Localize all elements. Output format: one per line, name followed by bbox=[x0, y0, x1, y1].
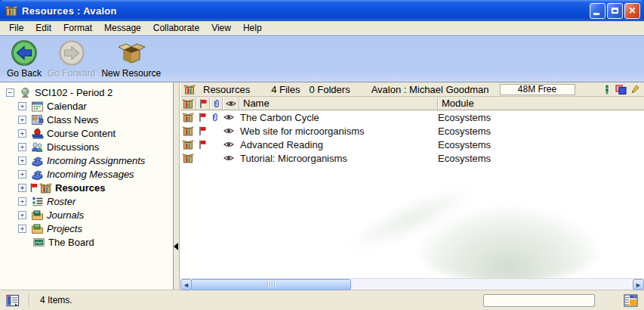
tree-root-sci102[interactable]: − SCI102 - Period 2 bbox=[0, 85, 173, 99]
menu-file[interactable]: File bbox=[3, 21, 29, 35]
attachment-icon bbox=[211, 113, 219, 122]
close-button[interactable]: ✕ bbox=[624, 3, 640, 19]
tree-expand-icon[interactable]: + bbox=[18, 116, 26, 124]
forward-icon bbox=[57, 39, 86, 67]
scroll-right-button[interactable]: ► bbox=[633, 279, 644, 290]
title-bar[interactable]: Resources : Avalon ✕ bbox=[0, 0, 644, 21]
resource-module: Ecosystems bbox=[434, 153, 644, 164]
tree-item-incoming-assignments[interactable]: + Incoming Assignments bbox=[0, 153, 173, 167]
tree-item-the-board[interactable]: The Board bbox=[0, 235, 173, 249]
app-icon bbox=[5, 5, 18, 17]
go-forward-label: Go Forward bbox=[48, 68, 95, 79]
visible-icon bbox=[223, 154, 234, 162]
incoming-messages-icon bbox=[31, 169, 44, 180]
tree-expand-icon[interactable]: + bbox=[18, 225, 26, 233]
news-icon bbox=[31, 114, 44, 126]
menu-view[interactable]: View bbox=[205, 21, 237, 35]
tree-item-label: Journals bbox=[47, 209, 84, 221]
tree-item-course-content[interactable]: + Course Content bbox=[0, 126, 173, 140]
visible-icon bbox=[223, 113, 234, 121]
horizontal-scrollbar[interactable]: ◄ ► bbox=[180, 278, 644, 290]
column-attachment[interactable] bbox=[210, 99, 222, 108]
column-visibility[interactable] bbox=[223, 100, 239, 107]
resource-name: The Carbon Cycle bbox=[236, 112, 434, 123]
go-back-button[interactable]: Go Back bbox=[5, 39, 44, 79]
account-label: Avalon : Michael Goodman bbox=[371, 84, 489, 95]
tree-item-label: Calendar bbox=[47, 101, 87, 112]
column-flag[interactable] bbox=[196, 99, 209, 108]
tree-expand-icon[interactable]: + bbox=[18, 129, 26, 138]
tree-item-calendar[interactable]: + Calendar bbox=[0, 99, 173, 113]
tree-expand-icon[interactable]: + bbox=[18, 102, 26, 110]
folders-count: 0 Folders bbox=[309, 84, 350, 95]
tree-item-class-news[interactable]: + Class News bbox=[0, 113, 173, 126]
scrollbar-thumb[interactable] bbox=[191, 279, 351, 290]
minimize-button[interactable] bbox=[590, 3, 605, 19]
items-count: 4 Items. bbox=[40, 295, 72, 305]
status-bar: 4 Items. bbox=[0, 290, 644, 310]
layout-icon[interactable] bbox=[624, 294, 638, 307]
free-space-indicator: 48M Free bbox=[500, 84, 575, 95]
tree-item-label: Incoming Assignments bbox=[47, 155, 145, 166]
tree-item-label: Resources bbox=[55, 182, 105, 194]
person-icon[interactable] bbox=[603, 85, 611, 95]
visible-icon bbox=[226, 100, 236, 107]
minimize-icon bbox=[593, 13, 599, 15]
pane-title: Resources bbox=[203, 84, 250, 95]
tree-expand-icon[interactable]: + bbox=[18, 211, 26, 219]
copy-icon[interactable] bbox=[615, 85, 627, 95]
tree-item-label: Projects bbox=[47, 223, 82, 234]
resource-name: Tutorial: Microorganisms bbox=[236, 153, 434, 164]
package-icon bbox=[182, 98, 194, 109]
menu-collaborate[interactable]: Collaborate bbox=[147, 21, 205, 35]
toolbar: Go Back Go Forward New Resource bbox=[0, 36, 644, 82]
tree-item-label: Class News bbox=[47, 114, 99, 126]
tree-item-roster[interactable]: + Roster bbox=[0, 194, 173, 208]
tree-item-incoming-messages[interactable]: + Incoming Messages bbox=[0, 167, 173, 181]
column-module[interactable]: Module bbox=[438, 98, 644, 109]
tree-item-label: Discussions bbox=[47, 141, 99, 153]
resource-row[interactable]: Tutorial: Microorganisms Ecosystems bbox=[180, 151, 644, 165]
scroll-left-button[interactable]: ◄ bbox=[180, 279, 192, 290]
menu-bar: File Edit Format Message Collaborate Vie… bbox=[0, 21, 644, 36]
menu-edit[interactable]: Edit bbox=[29, 21, 57, 35]
menu-help[interactable]: Help bbox=[237, 21, 268, 35]
window-list-icon[interactable] bbox=[6, 294, 20, 307]
board-icon bbox=[32, 237, 45, 248]
column-header-row: Name Module bbox=[180, 97, 644, 110]
new-resource-button[interactable]: New Resource bbox=[99, 39, 163, 79]
close-icon: ✕ bbox=[628, 6, 636, 15]
go-forward-button[interactable]: Go Forward bbox=[45, 39, 97, 79]
tree-expand-icon[interactable]: + bbox=[18, 157, 26, 165]
panel-splitter[interactable] bbox=[174, 82, 180, 290]
package-icon bbox=[182, 126, 194, 136]
tree-expand-icon[interactable]: + bbox=[18, 143, 26, 151]
tree-item-resources[interactable]: + Resources bbox=[0, 181, 173, 194]
tree-item-journals[interactable]: + Journals bbox=[0, 208, 173, 222]
flag-icon bbox=[199, 140, 206, 149]
resource-name: Advanced Reading bbox=[236, 139, 434, 150]
tree-collapse-icon[interactable]: − bbox=[6, 88, 14, 97]
course-content-icon bbox=[31, 128, 44, 139]
resource-row[interactable]: The Carbon Cycle Ecosystems bbox=[180, 110, 644, 124]
tree-expand-icon[interactable]: + bbox=[18, 184, 26, 192]
tree-expand-icon[interactable]: + bbox=[18, 170, 26, 178]
column-type[interactable] bbox=[180, 98, 196, 109]
column-name[interactable]: Name bbox=[239, 98, 437, 109]
maximize-button[interactable] bbox=[607, 3, 623, 19]
roster-icon bbox=[31, 196, 44, 207]
tree-root-label: SCI102 - Period 2 bbox=[35, 87, 112, 98]
tree-item-discussions[interactable]: + Discussions bbox=[0, 140, 173, 153]
splitter-collapse-icon[interactable] bbox=[174, 243, 178, 250]
menu-format[interactable]: Format bbox=[57, 21, 98, 35]
tree-item-projects[interactable]: + Projects bbox=[0, 222, 173, 235]
resource-row[interactable]: Advanced Reading Ecosystems bbox=[180, 138, 644, 151]
flag-icon bbox=[199, 113, 206, 122]
edit-pencil-icon[interactable] bbox=[631, 85, 639, 95]
package-icon bbox=[182, 112, 194, 122]
menu-message[interactable]: Message bbox=[98, 21, 147, 35]
tree-expand-icon[interactable]: + bbox=[18, 197, 26, 206]
projects-icon bbox=[31, 223, 44, 234]
resource-row[interactable]: Web site for microorganisms Ecosystems bbox=[180, 124, 644, 138]
journals-icon bbox=[31, 209, 44, 221]
